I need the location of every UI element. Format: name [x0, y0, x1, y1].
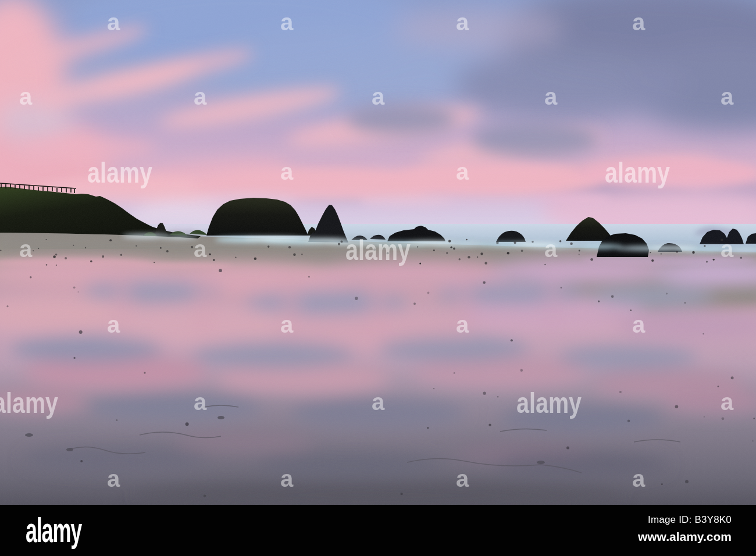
watermark-a-mark: a [544, 84, 558, 109]
watermark-a-mark: a [632, 466, 646, 491]
watermark-a-mark: a [632, 312, 646, 337]
watermark-a-mark: a [194, 236, 207, 262]
stock-photo-page: aaaaaaaaaaaaaaaaaaaaaaaaaaalamyalamyalam… [0, 0, 756, 556]
watermark-brand-text: alamy [87, 156, 152, 189]
watermark-a-mark: a [280, 312, 294, 337]
watermark-a-mark: a [544, 236, 558, 262]
watermark-a-mark: a [372, 84, 385, 109]
alamy-footer-bar: alamy Image ID: B3Y8K0 www.alamy.com [0, 505, 756, 556]
watermark-a-mark: a [194, 84, 207, 109]
watermark-a-mark: a [19, 84, 33, 109]
watermark-brand-text: alamy [605, 156, 670, 189]
watermark-a-mark: a [632, 9, 646, 35]
watermark-brand-text: alamy [0, 387, 58, 419]
watermark-a-mark: a [107, 312, 120, 337]
watermark-a-mark: a [19, 236, 33, 262]
watermark-a-mark: a [721, 389, 734, 415]
watermark-a-mark: a [456, 466, 469, 491]
alamy-logo: alamy [26, 509, 81, 551]
watermark-a-mark: a [372, 389, 385, 415]
watermark-brand-text: alamy [345, 234, 411, 266]
watermark-a-mark: a [721, 84, 734, 109]
watermark-a-mark: a [456, 312, 469, 337]
watermark-a-mark: a [456, 9, 469, 35]
watermark-a-mark: a [280, 9, 294, 35]
watermark-brand-text: alamy [516, 387, 582, 419]
watermark-a-mark: a [107, 9, 120, 35]
beach-photo: aaaaaaaaaaaaaaaaaaaaaaaaaaalamyalamyalam… [0, 0, 756, 505]
watermark-a-mark: a [107, 466, 120, 491]
watermark-a-mark: a [456, 159, 469, 184]
watermark-a-mark: a [194, 389, 207, 415]
website-text: www.alamy.com [638, 530, 732, 544]
watermark-a-mark: a [721, 236, 734, 262]
watermark-a-mark: a [280, 159, 294, 184]
watermark-a-mark: a [280, 466, 294, 491]
image-id-text: Image ID: B3Y8K0 [638, 514, 732, 526]
